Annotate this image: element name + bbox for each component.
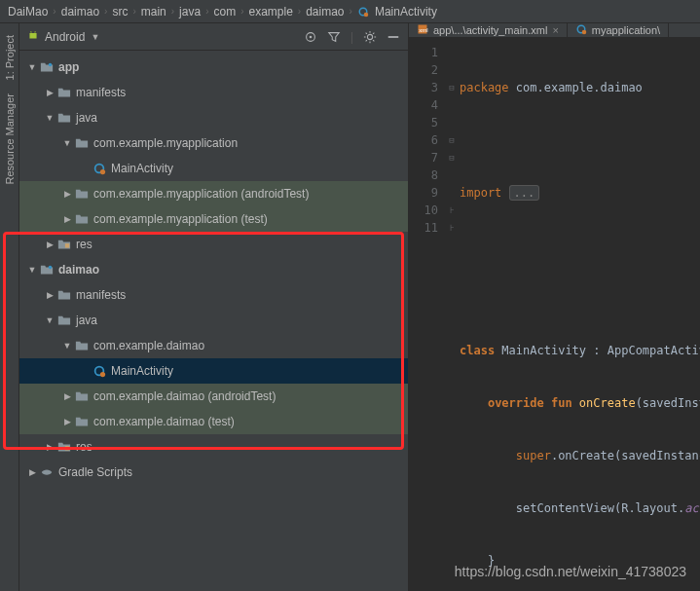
breadcrumb-item[interactable]: DaiMao <box>8 5 48 18</box>
tree-label: java <box>76 111 97 125</box>
editor: app\...\activity_main.xml × myapplicatio… <box>409 23 700 591</box>
hide-icon[interactable] <box>387 30 400 44</box>
tree-row[interactable]: manifests <box>19 282 408 308</box>
xml-icon <box>417 23 428 37</box>
chevron-right-icon[interactable] <box>60 391 74 401</box>
tree-row[interactable]: com.example.myapplication (test) <box>19 206 408 232</box>
tree-label: com.example.myapplication (androidTest) <box>93 187 309 201</box>
tree-label: manifests <box>76 288 126 302</box>
breadcrumb: DaiMao› daimao› src› main› java› com› ex… <box>0 0 700 23</box>
breadcrumb-item[interactable]: com <box>213 5 236 18</box>
breadcrumb-item[interactable]: daimao <box>306 5 344 18</box>
chevron-right-icon[interactable] <box>60 189 74 199</box>
android-icon <box>27 29 39 44</box>
chevron-down-icon[interactable] <box>60 341 74 351</box>
chevron-down-icon[interactable] <box>43 113 56 123</box>
tree-label: MainActivity <box>111 364 173 378</box>
tree-label: com.example.myapplication (test) <box>93 212 268 226</box>
editor-body[interactable]: 1234567891011 ⊟ ⊟⊟⊦⊦ package com.example… <box>409 38 700 591</box>
dropdown-icon[interactable]: ▼ <box>91 32 99 42</box>
gear-icon[interactable] <box>363 30 377 44</box>
tree-label: com.example.daimao (androidTest) <box>93 389 276 403</box>
fold-gutter[interactable]: ⊟ ⊟⊟⊦⊦ <box>444 44 460 591</box>
tab-label: myapplication\ <box>592 24 660 36</box>
editor-tab[interactable]: app\...\activity_main.xml × <box>409 23 568 37</box>
tree-row[interactable]: com.example.myapplication (androidTest) <box>19 181 408 206</box>
chevron-right-icon[interactable] <box>43 290 56 300</box>
folder-icon <box>74 414 90 429</box>
panel-title[interactable]: Android <box>45 30 85 44</box>
breadcrumb-item[interactable]: daimao <box>61 5 99 18</box>
chevron-right-icon[interactable] <box>43 88 56 97</box>
tree-row[interactable]: daimao <box>19 257 408 282</box>
chevron-down-icon[interactable] <box>25 265 39 275</box>
kotlin-class-icon <box>575 23 587 37</box>
tree-row[interactable]: res <box>19 232 408 257</box>
breadcrumb-item[interactable]: main <box>141 5 166 18</box>
tree-label: app <box>58 60 79 74</box>
folder-icon <box>74 338 90 353</box>
folder-icon <box>56 287 72 303</box>
code-area[interactable]: package com.example.daimao import ... cl… <box>460 44 700 591</box>
chevron-right-icon[interactable] <box>60 417 74 426</box>
folder-icon <box>74 186 90 202</box>
close-icon[interactable]: × <box>552 24 558 36</box>
chevron-right-icon[interactable] <box>43 442 56 452</box>
tool-project[interactable]: 1: Project <box>3 31 17 84</box>
project-tree[interactable]: appmanifestsjavacom.example.myapplicatio… <box>19 51 408 591</box>
chevron-right-icon[interactable] <box>25 467 39 477</box>
tree-row[interactable]: java <box>19 105 408 130</box>
tree-label: manifests <box>76 86 126 99</box>
project-panel: Android ▼ | appmanifestsjavacom.example.… <box>19 23 409 591</box>
tree-label: daimao <box>58 263 99 277</box>
tree-label: res <box>76 238 92 251</box>
tree-row[interactable]: Gradle Scripts <box>19 460 408 485</box>
tree-row[interactable]: com.example.myapplication <box>19 130 408 156</box>
kclass-icon <box>92 363 107 379</box>
tree-row[interactable]: MainActivity <box>19 156 408 181</box>
resfolder-icon <box>56 237 72 252</box>
tree-label: Gradle Scripts <box>58 465 132 479</box>
breadcrumb-item[interactable]: example <box>248 5 292 18</box>
tool-resource-manager[interactable]: Resource Manager <box>3 90 17 189</box>
scroll-from-source-icon[interactable] <box>304 30 317 44</box>
editor-tab[interactable]: myapplication\ <box>568 23 669 37</box>
folder-icon <box>74 211 90 227</box>
tree-row[interactable]: java <box>19 308 408 333</box>
module-icon <box>39 59 55 75</box>
tree-label: java <box>76 314 97 327</box>
tree-label: res <box>76 440 92 454</box>
line-number-gutter: 1234567891011 <box>409 44 444 591</box>
tree-row[interactable]: MainActivity <box>19 358 408 384</box>
project-panel-header: Android ▼ | <box>19 23 408 51</box>
folder-icon <box>74 135 90 151</box>
tab-label: app\...\activity_main.xml <box>433 24 547 36</box>
gradle-icon <box>39 464 55 480</box>
resfolder-icon <box>56 439 72 455</box>
tool-strip-left: 1: Project Resource Manager <box>0 23 19 591</box>
tree-label: com.example.daimao <box>93 339 204 352</box>
tree-row[interactable]: com.example.daimao <box>19 333 408 358</box>
kclass-icon <box>92 161 107 176</box>
filter-icon[interactable] <box>327 30 341 44</box>
tree-label: com.example.daimao (test) <box>93 415 235 428</box>
tree-row[interactable]: res <box>19 434 408 460</box>
breadcrumb-item[interactable]: java <box>179 5 201 18</box>
tree-row[interactable]: app <box>19 55 408 80</box>
chevron-right-icon[interactable] <box>43 240 56 249</box>
chevron-down-icon[interactable] <box>43 315 56 325</box>
tree-label: MainActivity <box>111 162 173 175</box>
tree-row[interactable]: com.example.daimao (test) <box>19 409 408 434</box>
tree-label: com.example.myapplication <box>93 136 238 150</box>
watermark: https://blog.csdn.net/weixin_41738023 <box>455 564 686 579</box>
folder-icon <box>56 110 72 126</box>
folder-icon <box>56 85 72 100</box>
tree-row[interactable]: manifests <box>19 80 408 105</box>
tree-row[interactable]: com.example.daimao (androidTest) <box>19 384 408 409</box>
kotlin-class-icon <box>357 6 369 18</box>
chevron-down-icon[interactable] <box>25 62 39 72</box>
chevron-down-icon[interactable] <box>60 138 74 148</box>
breadcrumb-item[interactable]: src <box>112 5 128 18</box>
breadcrumb-item-current[interactable]: MainActivity <box>375 5 437 18</box>
chevron-right-icon[interactable] <box>60 214 74 224</box>
